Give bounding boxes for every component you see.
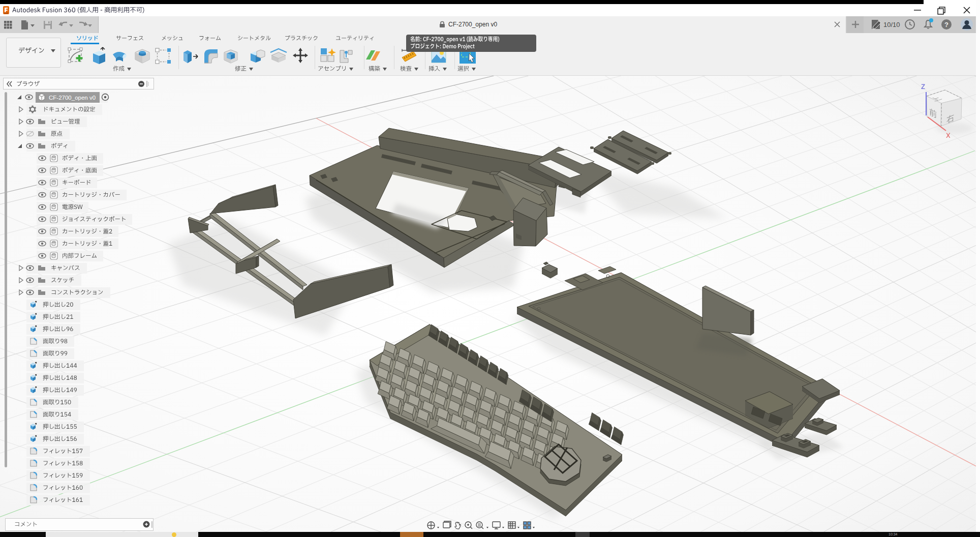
svg-text:10/10: 10/10 [883,21,900,28]
svg-text:CF-2700_open v0: CF-2700_open v0 [49,95,96,101]
svg-text:?: ? [944,21,948,28]
